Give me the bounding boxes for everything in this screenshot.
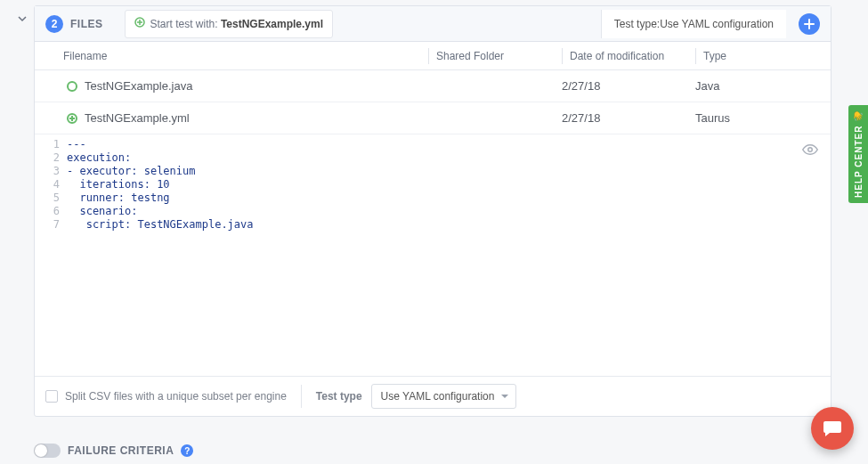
col-shared[interactable]: Shared Folder	[428, 48, 562, 64]
plus-circle-icon	[134, 17, 145, 30]
failure-criteria-section: FAILURE CRITERIA ?	[34, 444, 193, 458]
row-type: Java	[695, 79, 784, 93]
add-file-button[interactable]	[799, 13, 820, 35]
test-type-value: Use YAML configuration	[660, 18, 774, 30]
table-row[interactable]: TestNGExample.yml 2/27/18 Taurus	[35, 102, 831, 134]
files-count-badge: 2	[45, 15, 63, 33]
svg-point-3	[808, 148, 813, 152]
files-table: Filename Shared Folder Date of modificat…	[35, 42, 831, 416]
svg-point-1	[68, 82, 77, 91]
help-center-tab[interactable]: HELP CENTER 👋	[848, 105, 868, 203]
row-type: Taurus	[695, 111, 784, 125]
help-icon[interactable]: ?	[181, 444, 193, 457]
line-gutter: 1 2 3 4 5 6 7	[35, 138, 67, 372]
col-type[interactable]: Type	[695, 48, 784, 64]
code-viewer[interactable]: 1 2 3 4 5 6 7 --- execution: - executor:…	[35, 134, 831, 377]
row-date: 2/27/18	[562, 111, 695, 125]
failure-toggle[interactable]	[34, 444, 61, 458]
footer-test-type-label: Test type	[316, 390, 362, 403]
panel-title: FILES	[70, 18, 103, 30]
split-csv-label: Split CSV files with a unique subset per…	[65, 390, 287, 403]
failure-title: FAILURE CRITERIA	[68, 444, 174, 457]
panel-header: 2 FILES Start test with: TestNGExample.y…	[35, 6, 831, 42]
start-test-with-box[interactable]: Start test with: TestNGExample.yml	[125, 10, 334, 38]
start-with-file: TestNGExample.yml	[221, 18, 323, 30]
table-row[interactable]: TestNGExample.java 2/27/18 Java	[35, 70, 831, 102]
chat-button[interactable]	[811, 407, 854, 450]
row-filename: TestNGExample.yml	[85, 111, 190, 125]
table-header: Filename Shared Folder Date of modificat…	[35, 42, 831, 70]
code-body: --- execution: - executor: selenium iter…	[67, 138, 831, 372]
row-date: 2/27/18	[562, 79, 695, 93]
plus-circle-icon	[63, 112, 81, 125]
start-with-label: Start test with:	[150, 18, 218, 30]
row-filename: TestNGExample.java	[85, 79, 192, 93]
test-type-label: Test type:	[614, 18, 660, 30]
panel-footer: Split CSV files with a unique subset per…	[35, 377, 831, 416]
col-date[interactable]: Date of modification	[562, 48, 695, 64]
separator	[301, 385, 302, 408]
circle-icon	[63, 80, 81, 93]
test-type-header: Test type: Use YAML configuration	[601, 10, 786, 38]
files-panel: 2 FILES Start test with: TestNGExample.y…	[34, 5, 831, 417]
split-csv-checkbox[interactable]	[45, 390, 58, 403]
eye-icon[interactable]	[802, 142, 818, 161]
test-type-select[interactable]: Use YAML configuration	[371, 384, 517, 409]
col-filename[interactable]: Filename	[45, 50, 428, 62]
collapse-chevron-icon[interactable]	[18, 12, 27, 21]
